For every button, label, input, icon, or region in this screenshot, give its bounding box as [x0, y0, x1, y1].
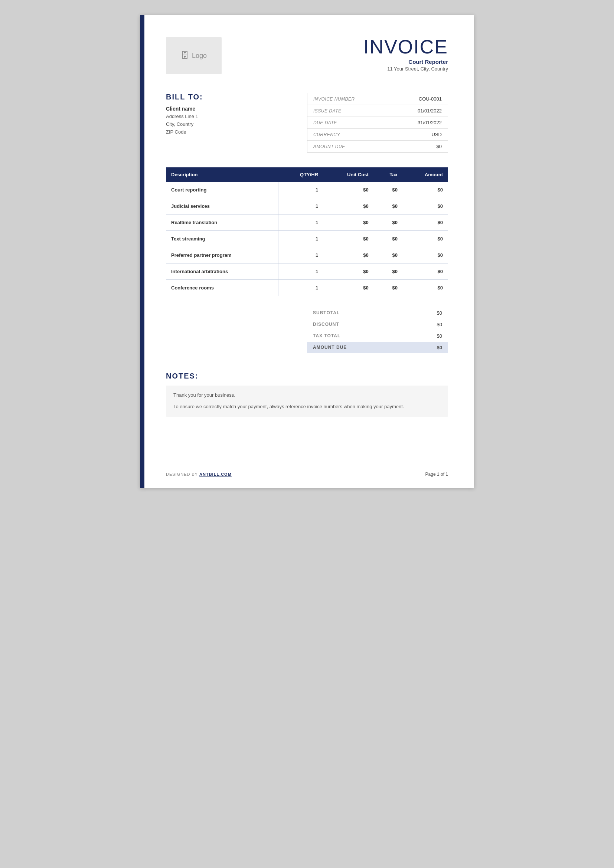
table-row: Judicial services 1 $0 $0 $0	[166, 198, 448, 214]
row-description: Judicial services	[166, 198, 278, 214]
table-row: Preferred partner program 1 $0 $0 $0	[166, 247, 448, 264]
footer-page: Page 1 of 1	[425, 472, 448, 477]
tax-total-label: TAX TOTAL	[313, 333, 340, 339]
table-row: Conference rooms 1 $0 $0 $0	[166, 280, 448, 296]
subtotal-label: SUBTOTAL	[313, 310, 340, 316]
logo-box: 🗄 Logo	[166, 37, 222, 74]
row-amount: $0	[403, 231, 448, 247]
meta-currency: CURRENCY USD	[307, 129, 448, 141]
table-row: International arbitrations 1 $0 $0 $0	[166, 264, 448, 280]
footer-link[interactable]: ANTBILL.COM	[199, 472, 232, 476]
items-table: Description QTY/HR Unit Cost Tax Amount …	[166, 167, 448, 296]
bill-to-title: BILL TO:	[166, 93, 307, 101]
subtotal-value: $0	[437, 310, 442, 316]
col-amount: Amount	[403, 167, 448, 182]
row-tax: $0	[374, 280, 403, 296]
row-unit-cost: $0	[323, 214, 374, 231]
row-qty: 1	[278, 280, 323, 296]
meta-issue-value: 01/01/2022	[418, 108, 442, 113]
meta-amount-label: AMOUNT DUE	[313, 144, 345, 149]
row-description: Court reporting	[166, 182, 278, 198]
client-address-line3: ZIP Code	[166, 129, 307, 136]
meta-issue: ISSUE DATE 01/01/2022	[307, 105, 448, 117]
meta-number-value: COU-0001	[419, 96, 442, 102]
meta-amount-value: $0	[437, 144, 442, 149]
company-name: Court Reporter	[363, 59, 448, 65]
row-unit-cost: $0	[323, 247, 374, 264]
client-address-line2: City, Country	[166, 121, 307, 129]
meta-currency-label: CURRENCY	[313, 132, 340, 137]
totals-table: SUBTOTAL $0 DISCOUNT $0 TAX TOTAL $0 AMO…	[307, 307, 448, 353]
row-tax: $0	[374, 247, 403, 264]
row-tax: $0	[374, 231, 403, 247]
discount-label: DISCOUNT	[313, 322, 339, 327]
meta-currency-value: USD	[432, 132, 442, 137]
row-unit-cost: $0	[323, 264, 374, 280]
company-address: 11 Your Street, City, Country	[363, 66, 448, 71]
row-unit-cost: $0	[323, 198, 374, 214]
row-unit-cost: $0	[323, 231, 374, 247]
row-qty: 1	[278, 214, 323, 231]
row-qty: 1	[278, 231, 323, 247]
bill-to: BILL TO: Client name Address Line 1 City…	[166, 93, 307, 136]
row-tax: $0	[374, 264, 403, 280]
logo-text: Logo	[192, 52, 207, 60]
col-unit-cost: Unit Cost	[323, 167, 374, 182]
notes-box: Thank you for your business. To ensure w…	[166, 386, 448, 417]
row-qty: 1	[278, 247, 323, 264]
row-qty: 1	[278, 198, 323, 214]
col-qty: QTY/HR	[278, 167, 323, 182]
row-unit-cost: $0	[323, 182, 374, 198]
client-address-line1: Address Line 1	[166, 113, 307, 121]
meta-due: DUE DATE 31/01/2022	[307, 117, 448, 129]
row-amount: $0	[403, 264, 448, 280]
notes-title: NOTES:	[166, 372, 448, 380]
row-qty: 1	[278, 264, 323, 280]
row-description: Preferred partner program	[166, 247, 278, 264]
totals-section: SUBTOTAL $0 DISCOUNT $0 TAX TOTAL $0 AMO…	[166, 307, 448, 353]
totals-discount: DISCOUNT $0	[307, 319, 448, 330]
row-description: International arbitrations	[166, 264, 278, 280]
row-unit-cost: $0	[323, 280, 374, 296]
amount-due-label: AMOUNT DUE	[313, 345, 347, 350]
bill-section: BILL TO: Client name Address Line 1 City…	[166, 93, 448, 152]
invoice-page: 🗄 Logo INVOICE Court Reporter 11 Your St…	[140, 15, 474, 488]
col-description: Description	[166, 167, 278, 182]
row-description: Text streaming	[166, 231, 278, 247]
invoice-title: INVOICE	[363, 37, 448, 56]
amount-due-value: $0	[437, 345, 442, 350]
discount-value: $0	[437, 322, 442, 327]
table-row: Text streaming 1 $0 $0 $0	[166, 231, 448, 247]
notes-section: NOTES: Thank you for your business. To e…	[166, 372, 448, 417]
tax-total-value: $0	[437, 333, 442, 339]
client-name: Client name	[166, 106, 307, 112]
note-2: To ensure we correctly match your paymen…	[174, 403, 440, 411]
row-qty: 1	[278, 182, 323, 198]
totals-tax: TAX TOTAL $0	[307, 330, 448, 342]
meta-due-label: DUE DATE	[313, 120, 337, 126]
logo-icon: 🗄	[181, 51, 189, 60]
footer: DESIGNED BY ANTBILL.COM Page 1 of 1	[166, 467, 448, 477]
totals-amount-due: AMOUNT DUE $0	[307, 342, 448, 353]
table-header-row: Description QTY/HR Unit Cost Tax Amount	[166, 167, 448, 182]
note-1: Thank you for your business.	[174, 392, 440, 399]
row-amount: $0	[403, 280, 448, 296]
row-tax: $0	[374, 182, 403, 198]
col-tax: Tax	[374, 167, 403, 182]
row-amount: $0	[403, 182, 448, 198]
row-amount: $0	[403, 214, 448, 231]
meta-due-value: 31/01/2022	[418, 120, 442, 126]
meta-number-label: INVOICE NUMBER	[313, 96, 355, 102]
meta-number: INVOICE NUMBER COU-0001	[307, 93, 448, 105]
table-row: Court reporting 1 $0 $0 $0	[166, 182, 448, 198]
table-row: Realtime translation 1 $0 $0 $0	[166, 214, 448, 231]
row-description: Conference rooms	[166, 280, 278, 296]
footer-designed-by: DESIGNED BY ANTBILL.COM	[166, 472, 232, 476]
row-description: Realtime translation	[166, 214, 278, 231]
header: 🗄 Logo INVOICE Court Reporter 11 Your St…	[166, 37, 448, 74]
row-amount: $0	[403, 247, 448, 264]
totals-subtotal: SUBTOTAL $0	[307, 307, 448, 319]
designed-by-text: DESIGNED BY	[166, 472, 198, 476]
invoice-meta: INVOICE NUMBER COU-0001 ISSUE DATE 01/01…	[307, 93, 448, 152]
row-amount: $0	[403, 198, 448, 214]
